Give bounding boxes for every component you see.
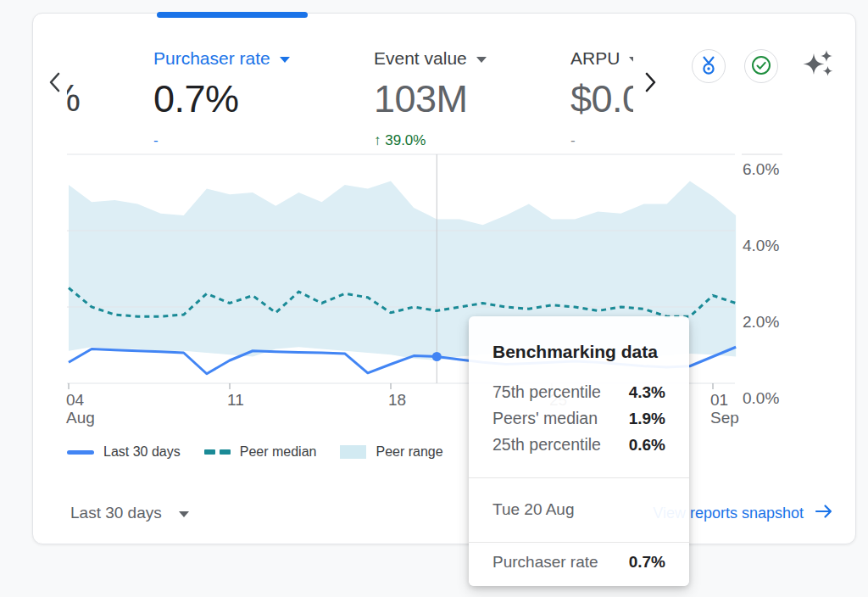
legend-label: Last 30 days [103,444,181,460]
tooltip-metric-row: Purchaser rate 0.7% [492,543,665,572]
dashed-line-swatch-icon [204,449,231,455]
tooltip-row-median: Peers' median 1.9% [492,405,665,432]
tooltip-row-value: 0.6% [629,432,665,458]
sparkle-icon [799,44,837,84]
dropdown-caret-icon [476,57,487,63]
metric-selector-event-value[interactable]: Event value [374,47,556,70]
legend-label: Peer median [240,444,317,460]
tooltip-row-label: Peers' median [492,405,598,432]
prev-metric-fragment: % [67,76,87,126]
date-range-label: Last 30 days [70,504,162,522]
metric-selector-purchaser-rate[interactable]: Purchaser rate [153,47,365,70]
dropdown-caret-icon [280,57,290,63]
svg-text:4.0%: 4.0% [743,237,779,254]
dropdown-caret-icon [179,511,189,517]
arrow-right-icon [815,504,833,523]
tooltip-row-25th: 25th percentile 0.6% [492,432,665,458]
benchmarking-card: % Purchaser rate 0.7% - Event value 103M… [32,13,856,544]
legend-item-last-30-days: Last 30 days [67,444,181,460]
svg-text:6.0%: 6.0% [743,160,779,178]
svg-text:Aug: Aug [66,409,95,427]
tooltip-row-value: 4.3% [629,379,665,405]
carousel-scroll-indicator[interactable] [157,12,308,18]
metric-column-arpu: ARPU $0.0 - [570,47,633,149]
metric-selector-arpu[interactable]: ARPU [570,47,633,70]
chevron-left-icon [47,70,64,97]
svg-text:11: 11 [227,391,244,409]
benchmarking-badge-button[interactable] [692,49,726,83]
metric-value: 0.7% [153,77,365,121]
svg-text:Sep: Sep [710,409,739,427]
legend-label: Peer range [376,444,442,460]
tooltip-title: Benchmarking data [492,342,665,362]
tooltip-row-75th: 75th percentile 4.3% [492,379,665,405]
tooltip-date: Tue 20 Aug [492,478,665,542]
tooltip-row-label: 75th percentile [492,379,601,405]
metric-value: 103M [374,77,556,121]
legend-item-peer-range: Peer range [340,444,442,460]
legend-item-peer-median: Peer median [204,444,317,460]
svg-text:0.0%: 0.0% [743,389,779,407]
metric-value: $0.0 [570,77,633,121]
svg-text:01: 01 [710,391,728,409]
metric-column-event-value: Event value 103M ↑ 39.0% [374,47,556,149]
dropdown-caret-icon [629,57,633,63]
tooltip-metric-label: Purchaser rate [492,553,598,572]
insights-button[interactable] [798,44,837,83]
carousel-next-button[interactable] [638,70,662,97]
metric-label: ARPU [570,48,620,69]
benchmarking-page: % Purchaser rate 0.7% - Event value 103M… [0,0,868,597]
tooltip-row-value: 1.9% [629,405,665,432]
band-swatch-icon [340,445,366,459]
svg-text:04: 04 [66,391,85,409]
chart-tooltip: Benchmarking data 75th percentile 4.3% P… [469,316,689,586]
metric-label: Purchaser rate [153,48,270,69]
date-range-selector[interactable]: Last 30 days [70,500,189,526]
line-swatch-icon [67,450,94,455]
tooltip-rows: 75th percentile 4.3% Peers' median 1.9% … [492,379,665,458]
medal-icon [699,55,718,78]
tooltip-metric-value: 0.7% [629,553,665,572]
metric-column-purchaser-rate: Purchaser rate 0.7% - [153,47,365,149]
svg-text:2.0%: 2.0% [743,313,779,331]
chevron-right-icon [642,70,659,97]
chart-legend: Last 30 days Peer median Peer range [67,444,443,460]
carousel-prev-button[interactable] [43,70,67,97]
svg-text:18: 18 [388,391,406,409]
check-circle-icon [750,54,772,79]
tooltip-row-label: 25th percentile [492,432,601,458]
verified-badge-button[interactable] [744,49,778,83]
metric-label: Event value [374,48,467,69]
